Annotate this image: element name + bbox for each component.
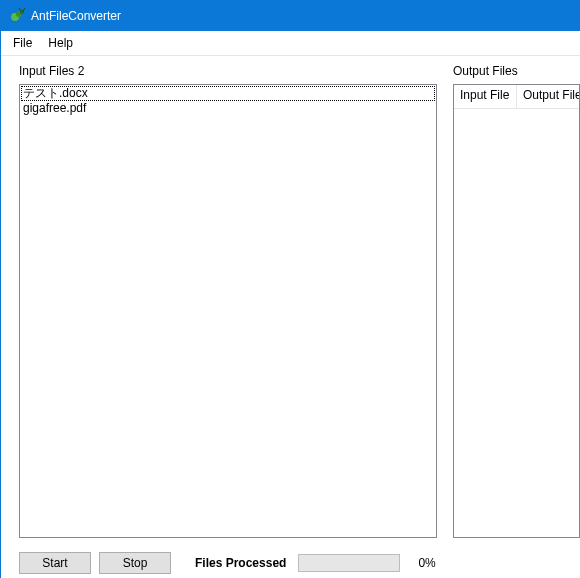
input-files-label-text: Input Files bbox=[19, 64, 78, 78]
input-files-listbox[interactable]: テスト.docxgigafree.pdf bbox=[19, 84, 437, 538]
files-processed-label: Files Processed bbox=[195, 556, 286, 570]
panels-row: Input Files 2 テスト.docxgigafree.pdf Outpu… bbox=[19, 64, 580, 538]
input-files-label: Input Files 2 bbox=[19, 64, 437, 82]
stop-button[interactable]: Stop bbox=[99, 552, 171, 574]
input-panel: Input Files 2 テスト.docxgigafree.pdf bbox=[19, 64, 437, 538]
bottom-bar: Start Stop Files Processed 0% bbox=[19, 548, 580, 578]
menu-file[interactable]: File bbox=[5, 34, 40, 52]
svg-line-3 bbox=[19, 8, 21, 11]
progress-percent: 0% bbox=[418, 556, 435, 570]
output-files-table[interactable]: Input File Output File bbox=[453, 84, 580, 538]
title-bar: AntFileConverter bbox=[1, 1, 580, 31]
list-item[interactable]: gigafree.pdf bbox=[21, 101, 435, 116]
menu-bar: File Help bbox=[1, 31, 580, 55]
input-files-count: 2 bbox=[78, 64, 85, 78]
svg-line-4 bbox=[23, 8, 25, 11]
output-panel: Output Files Input File Output File bbox=[453, 64, 580, 538]
content-area: Input Files 2 テスト.docxgigafree.pdf Outpu… bbox=[1, 58, 580, 578]
progress-bar bbox=[298, 554, 400, 572]
output-col-output-file[interactable]: Output File bbox=[517, 85, 579, 109]
output-files-label: Output Files bbox=[453, 64, 580, 82]
output-table-header: Input File Output File bbox=[454, 85, 579, 109]
output-col-input-file[interactable]: Input File bbox=[454, 85, 517, 109]
app-window: AntFileConverter File Help Input Files 2… bbox=[0, 0, 580, 578]
list-item[interactable]: テスト.docx bbox=[21, 86, 435, 101]
app-icon bbox=[9, 8, 25, 24]
menu-help[interactable]: Help bbox=[40, 34, 81, 52]
menu-separator bbox=[1, 55, 580, 56]
start-button[interactable]: Start bbox=[19, 552, 91, 574]
window-title: AntFileConverter bbox=[31, 9, 121, 23]
